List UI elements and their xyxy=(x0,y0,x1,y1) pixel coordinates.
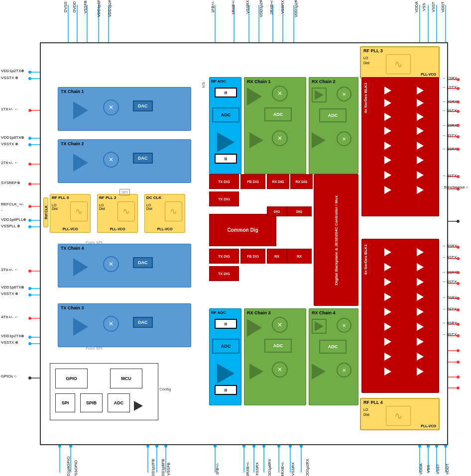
svg-point-106 xyxy=(457,110,460,113)
left-pin-vdd1p8pll: VDD1p8PLL⊕ xyxy=(1,217,26,222)
rf-pll-0-label: RF PLL 0 xyxy=(52,195,69,200)
right-pin-5srx: → 5SRX xyxy=(442,244,457,248)
left-pin-3tx: 3TX+/- ← xyxy=(1,268,18,272)
rf-adc-1-adc: ADC xyxy=(212,107,239,122)
bot-pin-vdd1p8fb-bot: VDD1p8FB xyxy=(161,459,165,476)
pin-label-vdd1p8fb: VDD1p8FB xyxy=(97,0,101,17)
rf-pll-0-vco: PLL-VCO xyxy=(52,227,89,231)
bot-pin-4rxb: 4RXB+/- xyxy=(280,462,285,476)
svg-point-96 xyxy=(28,342,31,345)
gpio-sub: GPIO xyxy=(55,369,88,388)
bot-pin-1fb-bot: 1FB+/- xyxy=(215,463,220,475)
dc-clk-vco: PLL-VCO xyxy=(146,227,183,231)
diagram-container: From SPI From SPI IcS xyxy=(0,0,471,476)
rf-pll-3: RF PLL 3 LO Dist ∿ PLL-VCO xyxy=(360,46,440,79)
tx-dig-2: TX DIG xyxy=(209,191,239,206)
svg-point-118 xyxy=(457,220,460,223)
bot-pin-vdd1p8rx: VDD1p8RX xyxy=(267,459,272,476)
tx-dig-3: TX DIG xyxy=(209,249,239,264)
refclk-block: Ref CLK xyxy=(43,197,48,227)
svg-point-66 xyxy=(28,71,31,74)
rf-adc-3-label: RF ADC xyxy=(211,310,226,315)
rf-pll-0-lo: LO xyxy=(52,203,56,207)
rx-chain-3: RX Chain 3 ✕ ADC ✕ xyxy=(244,308,306,405)
dac-3: DAC xyxy=(133,317,153,328)
rx-chain-4-label: RX Chain 4 xyxy=(312,310,336,315)
tx-chain-3-label: TX Chain 3 xyxy=(61,305,84,310)
pin-label-vdd1p2rx1: VDD1p2RX xyxy=(259,0,263,17)
right-pin-syncbin: : Syncbin/out ○ xyxy=(442,185,468,190)
rx-chain-3-label: RX Chain 3 xyxy=(247,310,271,315)
left-pin-vsstx2: VSSTX ⊕ xyxy=(1,142,18,146)
gpio-block: GPIO MCU SPI SPIB ADC xyxy=(50,363,158,420)
bot-pin-vssfb-bot: VSSFB xyxy=(166,463,171,476)
rf-pll-3-lo: LO xyxy=(363,56,368,60)
right-pin-4srx: → 4SRX xyxy=(442,147,457,151)
rx-dig-3: RX xyxy=(267,249,287,264)
bot-pin-vssgpio: VSSGPIO xyxy=(74,460,78,476)
rx-chain-3-adc: ADC xyxy=(264,339,292,353)
svg-point-72 xyxy=(28,137,31,140)
from-spi-1: From SPI xyxy=(86,240,103,245)
right-pin-7stx: → 7STX xyxy=(442,307,457,311)
svg-point-70 xyxy=(28,109,31,112)
svg-point-142 xyxy=(457,386,460,389)
rx-dig-1: RX DIG xyxy=(267,174,289,189)
pin-label-dvdd: DVDD xyxy=(72,1,77,13)
rf-pll-3-dist: Dist xyxy=(363,61,369,65)
rx-chain-2-label: RX Chain 2 xyxy=(312,79,336,84)
rx-chain-1-label: RX Chain 1 xyxy=(247,79,271,84)
rf-pll-4-vco: PLL-VCO xyxy=(363,424,436,428)
rf-adc-1-label: RF ADC xyxy=(211,79,226,84)
svg-point-130 xyxy=(457,308,460,311)
rf-adc-3-adc: ADC xyxy=(212,339,239,354)
pin-label-vdda-top: VDDA xyxy=(414,1,419,12)
svg-point-110 xyxy=(457,135,460,138)
dac-2: DAC xyxy=(133,153,153,164)
left-pin-refclk2: - xyxy=(1,208,2,212)
svg-point-94 xyxy=(28,336,31,339)
svg-point-90 xyxy=(28,293,31,296)
svg-point-134 xyxy=(457,334,460,337)
right-pin-6srx: → 6SRX xyxy=(442,270,457,275)
svg-point-84 xyxy=(28,225,31,228)
fb-dig-2: FB DIG xyxy=(240,249,265,264)
right-pin-8srx: → 8SRX xyxy=(442,321,457,325)
right-pin-1stx: → 1STX xyxy=(442,85,457,90)
left-pin-2tx: 2TX+/- ← xyxy=(1,161,18,165)
svg-point-76 xyxy=(28,163,31,166)
dac-4: DAC xyxy=(133,257,153,268)
left-pin-sysref: SYSREF⊗ xyxy=(1,181,20,185)
bot-pin-vddt-bot: VDDT xyxy=(445,464,450,475)
tx-chain-1: TX Chain 1 ✕ DAC xyxy=(58,87,191,131)
bot-pin-vssrx-bot: VSSRX xyxy=(291,462,295,476)
left-pin-vdd1p8tx: VDD1p8TX⊕ xyxy=(1,135,24,140)
bot-pin-xssrx: XSSRX xyxy=(255,462,259,476)
bot-pin-vdda-bot: VDDA xyxy=(419,464,423,475)
rf-adc-1: RF ADC ⊞ ADC ⊞ xyxy=(209,77,241,174)
rf-pll-4-dist: Dist xyxy=(363,413,369,416)
rf-pll-4: RF PLL 4 LO Dist ∿ PLL-VCO xyxy=(360,398,440,430)
right-pin-4stx: → 4STX xyxy=(442,174,457,178)
rf-pll-2-vco: PLL-VCO xyxy=(99,227,136,231)
rf-adc-3: RF ADC ⊞ ADC ⊞ xyxy=(209,308,241,405)
rx-dig-2: RX DIG xyxy=(290,174,313,189)
spi-sub: SPI xyxy=(55,393,75,412)
svg-point-126 xyxy=(457,282,460,285)
rf-pll-2: RF PLL 2 LO Dist ∿ PLL-VCO xyxy=(97,194,138,233)
pin-label-vdd1p2fb: VDD1p2FB xyxy=(108,0,112,17)
dig-extra-2: DIG xyxy=(287,206,312,216)
config-label: Config xyxy=(159,387,171,391)
right-pin-1srx: → 1SRX xyxy=(442,76,457,81)
svg-point-92 xyxy=(28,317,31,320)
svg-point-78 xyxy=(28,183,31,186)
right-pin-3stx: → 3STX xyxy=(442,133,457,138)
left-pin-4tx: 4TX+/- ← xyxy=(1,315,18,319)
bot-pin-vdd1p2fb-bot: VDD1p2FB xyxy=(151,459,155,476)
rx-dig-4: RX xyxy=(287,249,312,264)
rx-chain-2-adc: ADC xyxy=(319,108,347,122)
rf-pll-4-label: RF PLL 4 xyxy=(363,400,383,405)
rf-pll-2-dist: Dist xyxy=(99,207,105,210)
left-pin-vsspll: VSSPLL ⊕ xyxy=(1,224,20,228)
tx-chain-4-label: TX Chain 4 xyxy=(61,246,84,251)
